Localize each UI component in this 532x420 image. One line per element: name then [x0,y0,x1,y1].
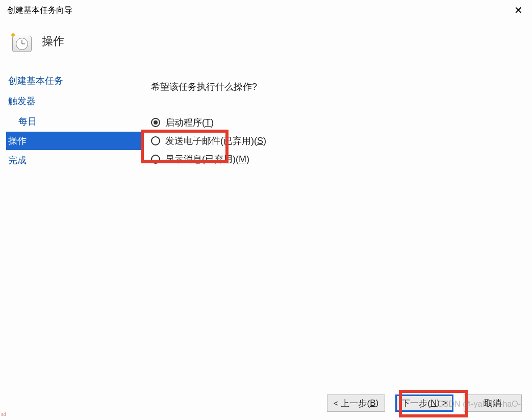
option-label: 显示消息(已弃用)(M) [165,153,249,165]
task-scheduler-icon: ✦ [10,31,32,52]
sidebar-item-finish[interactable]: 完成 [6,150,143,170]
page-title: 操作 [42,34,64,49]
option-label: 发送电子邮件(已弃用)(S) [165,135,266,147]
sidebar-item-trigger[interactable]: 触发器 [6,91,143,111]
radio-icon [151,136,160,145]
window-title: 创建基本任务向导 [7,5,72,16]
close-icon[interactable]: ✕ [509,2,528,18]
next-button[interactable]: 下一步(N) > [395,394,453,412]
titlebar: 创建基本任务向导 ✕ [0,0,532,20]
body: 创建基本任务 触发器 每日 操作 完成 希望该任务执行什么操作? 启动程序(T)… [0,67,532,389]
radio-icon [151,155,160,164]
sidebar-item-action[interactable]: 操作 [6,132,143,150]
option-start-program[interactable]: 启动程序(T) [151,116,522,129]
cancel-button[interactable]: 取消 [464,394,522,412]
wizard-steps-sidebar: 创建基本任务 触发器 每日 操作 完成 [0,67,143,389]
footer-buttons: < 上一步(B) 下一步(N) > 取消 [0,389,532,420]
option-display-message[interactable]: 显示消息(已弃用)(M) [151,153,522,165]
wizard-window: 创建基本任务向导 ✕ ✦ 操作 创建基本任务 触发器 每日 操作 完成 希望该任… [0,0,532,420]
corner-mark: sd [1,412,6,417]
sidebar-item-daily[interactable]: 每日 [6,111,143,132]
header: ✦ 操作 [0,20,532,67]
radio-icon [151,118,160,127]
content-pane: 希望该任务执行什么操作? 启动程序(T) 发送电子邮件(已弃用)(S) [143,67,532,389]
sidebar-item-create-basic-task[interactable]: 创建基本任务 [6,70,143,91]
option-label: 启动程序(T) [165,116,214,129]
action-prompt: 希望该任务执行什么操作? [151,81,522,93]
option-send-email[interactable]: 发送电子邮件(已弃用)(S) [151,135,522,147]
action-options: 启动程序(T) 发送电子邮件(已弃用)(S) 显示消息(已弃用)(M) [151,116,522,165]
back-button[interactable]: < 上一步(B) [327,394,385,412]
